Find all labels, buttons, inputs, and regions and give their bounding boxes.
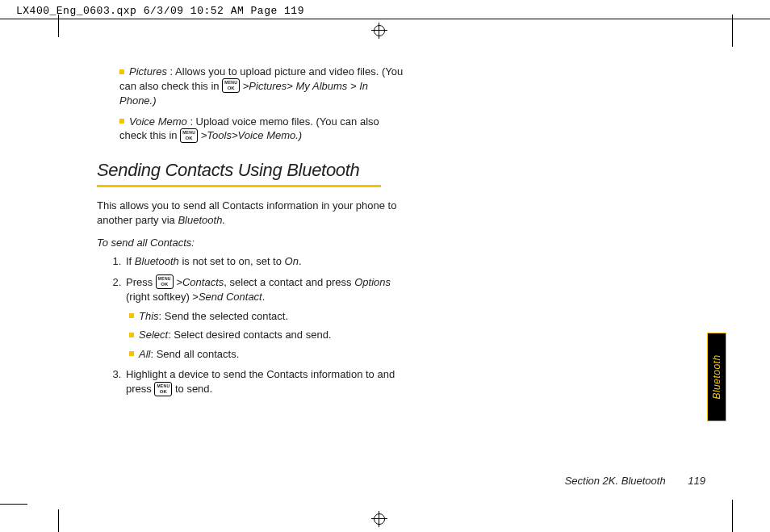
- steps-list: If Bluetooth is not set to on, set to On…: [97, 254, 404, 396]
- bullet-icon: [129, 313, 134, 318]
- step-item: Highlight a device to send the Contacts …: [124, 367, 404, 396]
- menu-ok-key-icon: MENUOK: [222, 78, 240, 93]
- menu-ok-key-icon: MENUOK: [180, 128, 198, 143]
- page-footer: Section 2K. Bluetooth 119: [565, 475, 705, 487]
- section-tab: Bluetooth: [707, 333, 726, 421]
- crop-mark: [0, 504, 27, 505]
- subheading: To send all Contacts:: [97, 236, 404, 250]
- registration-mark: [371, 511, 387, 527]
- page-content: Pictures : Allows you to upload picture …: [97, 65, 404, 404]
- title-underline: [97, 185, 381, 187]
- crop-mark: [58, 509, 59, 532]
- registration-mark: [371, 23, 387, 39]
- print-header: LX400_Eng_0603.qxp 6/3/09 10:52 AM Page …: [0, 0, 770, 19]
- list-item: Voice Memo : Upload voice memo files. (Y…: [97, 115, 404, 144]
- bullet-icon: [119, 69, 124, 74]
- section-tab-label: Bluetooth: [711, 354, 722, 399]
- crop-mark: [732, 15, 733, 47]
- footer-section: Section 2K. Bluetooth: [565, 475, 666, 487]
- bullet-icon: [129, 351, 134, 356]
- page-number: 119: [688, 475, 705, 487]
- menu-path: >Pictures>: [243, 80, 293, 92]
- step-item: Press MENUOK >Contacts, select a contact…: [124, 275, 404, 362]
- section-title: Sending Contacts Using Bluetooth: [97, 158, 404, 182]
- menu-ok-key-icon: MENUOK: [156, 274, 174, 289]
- list-item: Select: Select desired contacts and send…: [126, 328, 404, 342]
- term: Voice Memo: [129, 115, 187, 128]
- crop-mark: [732, 500, 733, 532]
- bullet-icon: [129, 333, 134, 337]
- crop-mark: [58, 15, 59, 37]
- menu-path: >Tools>Voice Memo.): [201, 129, 303, 141]
- list-item: All: Send all contacts.: [126, 347, 404, 362]
- bullet-icon: [119, 119, 124, 124]
- step-item: If Bluetooth is not set to on, set to On…: [124, 254, 404, 269]
- list-item: Pictures : Allows you to upload picture …: [97, 65, 404, 108]
- intro-text: This allows you to send all Contacts inf…: [97, 199, 404, 227]
- menu-ok-key-icon: MENUOK: [154, 382, 172, 396]
- term: Pictures: [129, 65, 167, 77]
- list-item: This: Send the selected contact.: [126, 309, 404, 324]
